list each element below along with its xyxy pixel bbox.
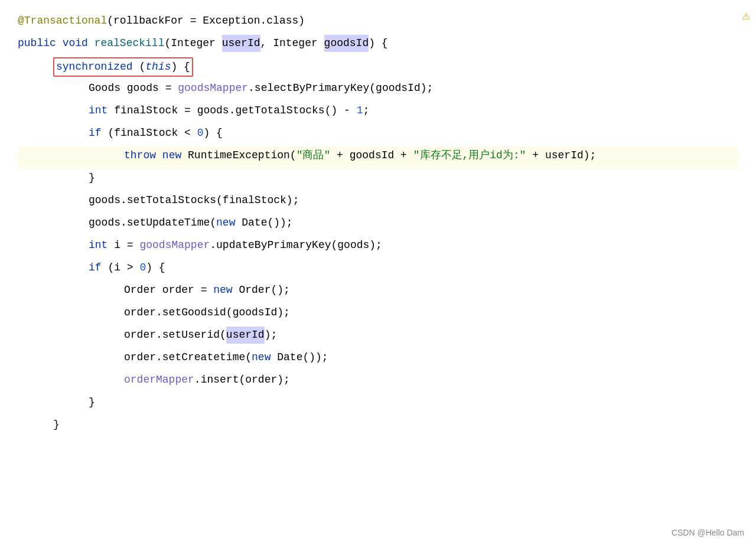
code-container: ⚠ @Transactional(rollbackFor = Exception… xyxy=(0,0,756,545)
param-userid2: userId xyxy=(226,327,265,344)
kw-int1: int xyxy=(89,102,107,119)
param-userid: userId xyxy=(222,35,260,52)
synchronized-box: synchronized (this) { xyxy=(53,57,193,77)
line-set-createtime: order.setCreatetime(new Date()); xyxy=(18,348,738,371)
type-order: Order xyxy=(124,282,156,299)
str-goods: "商品" xyxy=(296,147,331,164)
line-goods-init: Goods goods = goodsMapper.selectByPrimar… xyxy=(18,79,738,102)
line-close-if2: } xyxy=(18,393,738,416)
annotation-text: @Transactional xyxy=(18,12,107,30)
line-int-i: int i = goodsMapper.updateByPrimaryKey(g… xyxy=(18,236,738,259)
line-if-finalstock: if (finalStock < 0) { xyxy=(18,124,738,146)
line-close-sync: } xyxy=(18,416,738,438)
kw-public: public xyxy=(18,35,63,52)
kw-new3: new xyxy=(213,282,232,299)
line-set-update: goods.setUpdateTime(new Date()); xyxy=(18,214,738,236)
kw-void: void xyxy=(63,35,94,52)
order-mapper-ref: orderMapper xyxy=(124,371,194,389)
method-name: realSeckill xyxy=(94,35,165,52)
kw-new4: new xyxy=(252,349,271,366)
num-1: 1 xyxy=(357,102,363,119)
line-close-if1: } xyxy=(18,169,738,191)
annotation-params: (rollbackFor = Exception.class) xyxy=(107,12,305,30)
line-order-init: Order order = new Order(); xyxy=(18,281,738,303)
watermark: CSDN @Hello Dam xyxy=(672,526,744,539)
line-method-sig: public void realSeckill(Integer userId, … xyxy=(18,34,738,57)
kw-new2: new xyxy=(216,214,235,231)
kw-throw: throw xyxy=(124,147,156,164)
line-ordermapper-insert: orderMapper.insert(order); xyxy=(18,371,738,393)
line-synchronized: synchronized (this) { xyxy=(18,57,738,79)
line-set-stocks: goods.setTotalStocks(finalStock); xyxy=(18,191,738,214)
param-goodsid: goodsId xyxy=(324,35,369,52)
kw-synchronized: synchronized xyxy=(56,61,133,73)
line-throw: throw new RuntimeException("商品" + goodsI… xyxy=(18,146,738,169)
kw-if2: if xyxy=(89,259,102,276)
goods-mapper-ref: goodsMapper xyxy=(178,80,248,97)
type-integer1: Integer xyxy=(171,35,216,52)
line-set-goodsid: order.setGoodsid(goodsId); xyxy=(18,303,738,326)
line-if-i: if (i > 0) { xyxy=(18,259,738,281)
kw-if1: if xyxy=(89,125,102,142)
warning-icon: ⚠ xyxy=(742,6,750,27)
line-annotation: @Transactional(rollbackFor = Exception.c… xyxy=(18,12,738,34)
line-set-userid: order.setUserid(userId); xyxy=(18,326,738,348)
type-integer2: Integer xyxy=(273,35,318,52)
type-goods: Goods xyxy=(89,80,120,97)
str-stock-msg: "库存不足,用户id为:" xyxy=(413,147,526,164)
num-0a: 0 xyxy=(197,125,204,142)
kw-new1: new xyxy=(162,147,181,164)
line-finalstock: int finalStock = goods.getTotalStocks() … xyxy=(18,102,738,124)
kw-int2: int xyxy=(89,237,107,254)
kw-this: this xyxy=(145,61,171,73)
goods-mapper-ref2: goodsMapper xyxy=(139,237,210,254)
num-0b: 0 xyxy=(139,259,146,276)
